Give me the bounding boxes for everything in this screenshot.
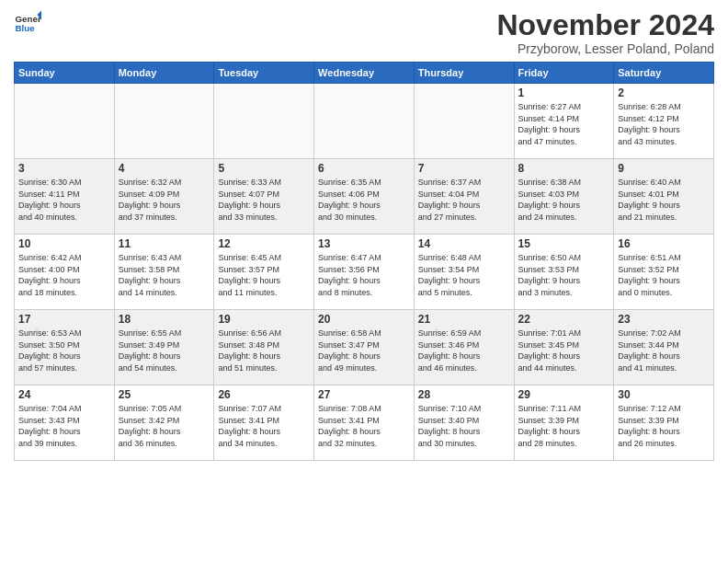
- day-info: Sunrise: 6:47 AM Sunset: 3:56 PM Dayligh…: [318, 252, 410, 298]
- calendar-cell: 7Sunrise: 6:37 AM Sunset: 4:04 PM Daylig…: [414, 159, 514, 235]
- calendar-cell: 12Sunrise: 6:45 AM Sunset: 3:57 PM Dayli…: [214, 235, 314, 310]
- calendar-cell: 28Sunrise: 7:10 AM Sunset: 3:40 PM Dayli…: [414, 385, 514, 461]
- day-info: Sunrise: 6:58 AM Sunset: 3:47 PM Dayligh…: [318, 327, 410, 373]
- day-number: 24: [18, 388, 110, 401]
- day-number: 28: [418, 388, 510, 401]
- weekday-header-row: SundayMondayTuesdayWednesdayThursdayFrid…: [15, 63, 714, 84]
- calendar-cell: 1Sunrise: 6:27 AM Sunset: 4:14 PM Daylig…: [514, 84, 614, 159]
- calendar-cell: [114, 84, 214, 159]
- day-number: 27: [318, 388, 410, 401]
- day-number: 7: [418, 162, 510, 175]
- calendar-cell: 17Sunrise: 6:53 AM Sunset: 3:50 PM Dayli…: [15, 310, 115, 385]
- calendar-cell: 3Sunrise: 6:30 AM Sunset: 4:11 PM Daylig…: [15, 159, 115, 235]
- day-number: 26: [218, 388, 310, 401]
- title-block: November 2024 Przyborow, Lesser Poland, …: [496, 9, 714, 56]
- calendar-cell: 19Sunrise: 6:56 AM Sunset: 3:48 PM Dayli…: [214, 310, 314, 385]
- day-info: Sunrise: 7:01 AM Sunset: 3:45 PM Dayligh…: [518, 327, 610, 373]
- calendar-cell: [314, 84, 415, 159]
- day-info: Sunrise: 6:28 AM Sunset: 4:12 PM Dayligh…: [618, 101, 710, 147]
- day-info: Sunrise: 6:38 AM Sunset: 4:03 PM Dayligh…: [518, 177, 610, 223]
- day-number: 12: [218, 237, 310, 250]
- month-title: November 2024: [496, 9, 714, 41]
- subtitle: Przyborow, Lesser Poland, Poland: [496, 41, 714, 56]
- day-number: 19: [218, 313, 310, 326]
- logo-icon: General Blue: [14, 9, 41, 37]
- day-info: Sunrise: 6:32 AM Sunset: 4:09 PM Dayligh…: [119, 177, 210, 223]
- day-info: Sunrise: 6:45 AM Sunset: 3:57 PM Dayligh…: [218, 252, 310, 298]
- weekday-header: Saturday: [614, 63, 714, 84]
- day-number: 30: [618, 388, 710, 401]
- calendar-cell: 27Sunrise: 7:08 AM Sunset: 3:41 PM Dayli…: [314, 385, 415, 461]
- day-info: Sunrise: 6:53 AM Sunset: 3:50 PM Dayligh…: [18, 327, 110, 373]
- day-number: 13: [318, 237, 410, 250]
- day-number: 8: [518, 162, 610, 175]
- day-info: Sunrise: 6:35 AM Sunset: 4:06 PM Dayligh…: [318, 177, 410, 223]
- calendar-cell: 9Sunrise: 6:40 AM Sunset: 4:01 PM Daylig…: [614, 159, 714, 235]
- calendar-cell: 6Sunrise: 6:35 AM Sunset: 4:06 PM Daylig…: [314, 159, 415, 235]
- calendar-week-row: 3Sunrise: 6:30 AM Sunset: 4:11 PM Daylig…: [15, 159, 714, 235]
- calendar-week-row: 10Sunrise: 6:42 AM Sunset: 4:00 PM Dayli…: [15, 235, 714, 310]
- logo: General Blue: [14, 9, 41, 37]
- calendar-cell: [214, 84, 314, 159]
- calendar-cell: 10Sunrise: 6:42 AM Sunset: 4:00 PM Dayli…: [15, 235, 115, 310]
- day-info: Sunrise: 6:59 AM Sunset: 3:46 PM Dayligh…: [418, 327, 510, 373]
- calendar-cell: [15, 84, 115, 159]
- calendar-cell: [414, 84, 514, 159]
- weekday-header: Friday: [514, 63, 614, 84]
- calendar-week-row: 17Sunrise: 6:53 AM Sunset: 3:50 PM Dayli…: [15, 310, 714, 385]
- day-info: Sunrise: 6:37 AM Sunset: 4:04 PM Dayligh…: [418, 177, 510, 223]
- calendar-cell: 11Sunrise: 6:43 AM Sunset: 3:58 PM Dayli…: [114, 235, 214, 310]
- day-info: Sunrise: 6:56 AM Sunset: 3:48 PM Dayligh…: [218, 327, 310, 373]
- calendar-cell: 23Sunrise: 7:02 AM Sunset: 3:44 PM Dayli…: [614, 310, 714, 385]
- calendar-cell: 21Sunrise: 6:59 AM Sunset: 3:46 PM Dayli…: [414, 310, 514, 385]
- day-info: Sunrise: 6:43 AM Sunset: 3:58 PM Dayligh…: [119, 252, 210, 298]
- day-info: Sunrise: 7:12 AM Sunset: 3:39 PM Dayligh…: [618, 403, 710, 449]
- day-info: Sunrise: 6:33 AM Sunset: 4:07 PM Dayligh…: [218, 177, 310, 223]
- calendar-cell: 16Sunrise: 6:51 AM Sunset: 3:52 PM Dayli…: [614, 235, 714, 310]
- header: General Blue November 2024 Przyborow, Le…: [14, 9, 714, 56]
- day-info: Sunrise: 7:02 AM Sunset: 3:44 PM Dayligh…: [618, 327, 710, 373]
- day-info: Sunrise: 6:55 AM Sunset: 3:49 PM Dayligh…: [119, 327, 210, 373]
- calendar-week-row: 24Sunrise: 7:04 AM Sunset: 3:43 PM Dayli…: [15, 385, 714, 461]
- calendar-cell: 22Sunrise: 7:01 AM Sunset: 3:45 PM Dayli…: [514, 310, 614, 385]
- day-number: 5: [218, 162, 310, 175]
- calendar-cell: 8Sunrise: 6:38 AM Sunset: 4:03 PM Daylig…: [514, 159, 614, 235]
- calendar-cell: 26Sunrise: 7:07 AM Sunset: 3:41 PM Dayli…: [214, 385, 314, 461]
- day-info: Sunrise: 7:07 AM Sunset: 3:41 PM Dayligh…: [218, 403, 310, 449]
- calendar-cell: 4Sunrise: 6:32 AM Sunset: 4:09 PM Daylig…: [114, 159, 214, 235]
- calendar-cell: 18Sunrise: 6:55 AM Sunset: 3:49 PM Dayli…: [114, 310, 214, 385]
- weekday-header: Thursday: [414, 63, 514, 84]
- day-info: Sunrise: 7:10 AM Sunset: 3:40 PM Dayligh…: [418, 403, 510, 449]
- weekday-header: Wednesday: [314, 63, 415, 84]
- day-number: 16: [618, 237, 710, 250]
- calendar-cell: 14Sunrise: 6:48 AM Sunset: 3:54 PM Dayli…: [414, 235, 514, 310]
- day-number: 18: [119, 313, 210, 326]
- day-number: 3: [18, 162, 110, 175]
- day-number: 6: [318, 162, 410, 175]
- day-number: 10: [18, 237, 110, 250]
- day-number: 21: [418, 313, 510, 326]
- day-number: 14: [418, 237, 510, 250]
- day-number: 4: [119, 162, 210, 175]
- day-number: 25: [119, 388, 210, 401]
- day-number: 23: [618, 313, 710, 326]
- day-info: Sunrise: 7:08 AM Sunset: 3:41 PM Dayligh…: [318, 403, 410, 449]
- day-number: 22: [518, 313, 610, 326]
- day-info: Sunrise: 6:50 AM Sunset: 3:53 PM Dayligh…: [518, 252, 610, 298]
- calendar-cell: 29Sunrise: 7:11 AM Sunset: 3:39 PM Dayli…: [514, 385, 614, 461]
- calendar-cell: 5Sunrise: 6:33 AM Sunset: 4:07 PM Daylig…: [214, 159, 314, 235]
- calendar-week-row: 1Sunrise: 6:27 AM Sunset: 4:14 PM Daylig…: [15, 84, 714, 159]
- day-number: 29: [518, 388, 610, 401]
- calendar: SundayMondayTuesdayWednesdayThursdayFrid…: [14, 62, 714, 461]
- day-number: 9: [618, 162, 710, 175]
- day-number: 20: [318, 313, 410, 326]
- svg-text:Blue: Blue: [16, 23, 36, 33]
- day-info: Sunrise: 6:27 AM Sunset: 4:14 PM Dayligh…: [518, 101, 610, 147]
- calendar-cell: 2Sunrise: 6:28 AM Sunset: 4:12 PM Daylig…: [614, 84, 714, 159]
- day-info: Sunrise: 6:51 AM Sunset: 3:52 PM Dayligh…: [618, 252, 710, 298]
- weekday-header: Monday: [114, 63, 214, 84]
- calendar-cell: 30Sunrise: 7:12 AM Sunset: 3:39 PM Dayli…: [614, 385, 714, 461]
- calendar-cell: 15Sunrise: 6:50 AM Sunset: 3:53 PM Dayli…: [514, 235, 614, 310]
- page: General Blue November 2024 Przyborow, Le…: [0, 0, 728, 563]
- calendar-cell: 13Sunrise: 6:47 AM Sunset: 3:56 PM Dayli…: [314, 235, 415, 310]
